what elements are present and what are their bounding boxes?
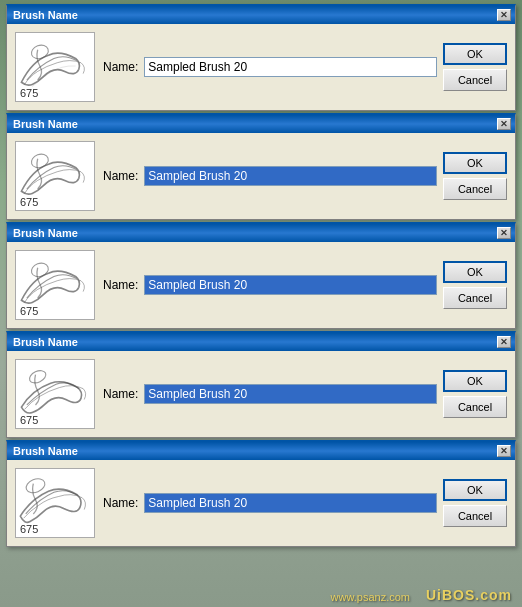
buttons-section-5: OK Cancel bbox=[443, 479, 507, 527]
svg-point-3 bbox=[28, 368, 48, 385]
cancel-button-3[interactable]: Cancel bbox=[443, 287, 507, 309]
name-label-3: Name: bbox=[103, 278, 138, 292]
brush-number-5: 675 bbox=[20, 523, 38, 535]
brush-preview-4: 675 bbox=[15, 359, 95, 429]
dialog-body-2: 675 Name: OK Cancel bbox=[7, 133, 515, 219]
brush-number-4: 675 bbox=[20, 414, 38, 426]
buttons-section-4: OK Cancel bbox=[443, 370, 507, 418]
name-label-5: Name: bbox=[103, 496, 138, 510]
brush-number-2: 675 bbox=[20, 196, 38, 208]
titlebar-2: Brush Name ✕ bbox=[7, 115, 515, 133]
ok-button-2[interactable]: OK bbox=[443, 152, 507, 174]
brush-preview-3: 675 bbox=[15, 250, 95, 320]
svg-point-0 bbox=[29, 43, 50, 61]
name-section-2: Name: bbox=[103, 166, 437, 186]
brush-preview-2: 675 bbox=[15, 141, 95, 211]
brush-number-1: 675 bbox=[20, 87, 38, 99]
cancel-button-2[interactable]: Cancel bbox=[443, 178, 507, 200]
ok-button-5[interactable]: OK bbox=[443, 479, 507, 501]
dialog-body-4: 675 Name: OK Cancel bbox=[7, 351, 515, 437]
name-input-4[interactable] bbox=[144, 384, 437, 404]
name-input-1[interactable] bbox=[144, 57, 437, 77]
close-button-1[interactable]: ✕ bbox=[497, 9, 511, 21]
content-row-5: Name: OK Cancel bbox=[103, 479, 507, 527]
ok-button-4[interactable]: OK bbox=[443, 370, 507, 392]
name-section-3: Name: bbox=[103, 275, 437, 295]
dialog-title-1: Brush Name bbox=[13, 9, 78, 21]
brush-preview-1: 675 bbox=[15, 32, 95, 102]
cancel-button-5[interactable]: Cancel bbox=[443, 505, 507, 527]
brush-preview-5: 675 bbox=[15, 468, 95, 538]
brush-name-dialog-5: Brush Name ✕ 675 Name: O bbox=[6, 440, 516, 547]
ok-button-1[interactable]: OK bbox=[443, 43, 507, 65]
name-input-5[interactable] bbox=[144, 493, 437, 513]
name-section-1: Name: bbox=[103, 57, 437, 77]
titlebar-1: Brush Name ✕ bbox=[7, 6, 515, 24]
ok-button-3[interactable]: OK bbox=[443, 261, 507, 283]
dialog-body-3: 675 Name: OK Cancel bbox=[7, 242, 515, 328]
content-row-2: Name: OK Cancel bbox=[103, 152, 507, 200]
close-button-2[interactable]: ✕ bbox=[497, 118, 511, 130]
name-section-5: Name: bbox=[103, 493, 437, 513]
name-label-1: Name: bbox=[103, 60, 138, 74]
close-button-4[interactable]: ✕ bbox=[497, 336, 511, 348]
brush-name-dialog-3: Brush Name ✕ 675 Name: O bbox=[6, 222, 516, 329]
svg-point-4 bbox=[24, 476, 47, 495]
titlebar-3: Brush Name ✕ bbox=[7, 224, 515, 242]
name-input-2[interactable] bbox=[144, 166, 437, 186]
name-label-2: Name: bbox=[103, 169, 138, 183]
name-label-4: Name: bbox=[103, 387, 138, 401]
watermark: UiBOS.com bbox=[426, 587, 512, 603]
name-input-3[interactable] bbox=[144, 275, 437, 295]
content-row-1: Name: OK Cancel bbox=[103, 43, 507, 91]
brush-name-dialog-2: Brush Name ✕ 675 Name: O bbox=[6, 113, 516, 220]
content-row-4: Name: OK Cancel bbox=[103, 370, 507, 418]
titlebar-5: Brush Name ✕ bbox=[7, 442, 515, 460]
brush-name-dialog-4: Brush Name ✕ 675 Name: O bbox=[6, 331, 516, 438]
close-button-5[interactable]: ✕ bbox=[497, 445, 511, 457]
buttons-section-2: OK Cancel bbox=[443, 152, 507, 200]
name-section-4: Name: bbox=[103, 384, 437, 404]
brush-name-dialog-1: Brush Name ✕ 675 Name: bbox=[6, 4, 516, 111]
brush-number-3: 675 bbox=[20, 305, 38, 317]
cancel-button-4[interactable]: Cancel bbox=[443, 396, 507, 418]
close-button-3[interactable]: ✕ bbox=[497, 227, 511, 239]
dialog-title-4: Brush Name bbox=[13, 336, 78, 348]
buttons-section-1: OK Cancel bbox=[443, 43, 507, 91]
titlebar-4: Brush Name ✕ bbox=[7, 333, 515, 351]
svg-point-1 bbox=[29, 152, 50, 170]
dialog-title-5: Brush Name bbox=[13, 445, 78, 457]
watermark-sub: www.psanz.com bbox=[331, 591, 410, 603]
cancel-button-1[interactable]: Cancel bbox=[443, 69, 507, 91]
content-row-3: Name: OK Cancel bbox=[103, 261, 507, 309]
buttons-section-3: OK Cancel bbox=[443, 261, 507, 309]
dialog-title-2: Brush Name bbox=[13, 118, 78, 130]
svg-point-2 bbox=[29, 261, 50, 279]
dialog-body-1: 675 Name: OK Cancel bbox=[7, 24, 515, 110]
dialog-title-3: Brush Name bbox=[13, 227, 78, 239]
dialog-body-5: 675 Name: OK Cancel bbox=[7, 460, 515, 546]
dialogs-container: Brush Name ✕ 675 Name: bbox=[0, 0, 522, 553]
